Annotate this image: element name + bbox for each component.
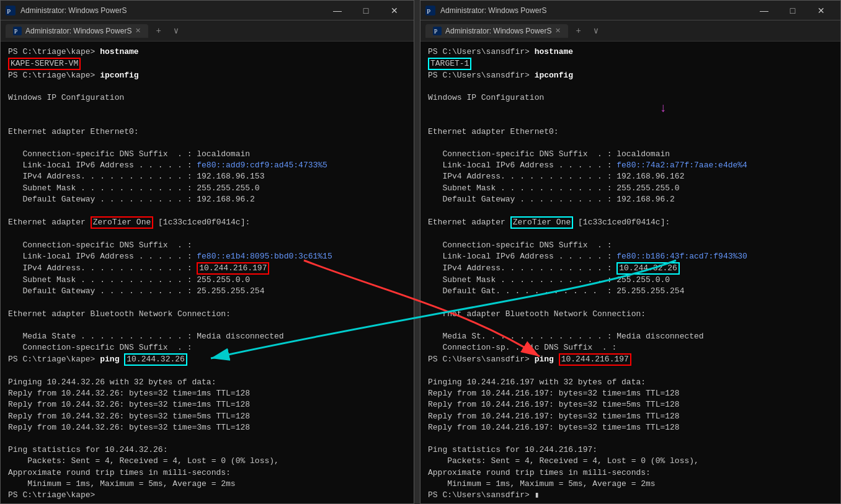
tab-chevron-right[interactable]: ∨	[589, 23, 603, 38]
line-13-right: Subnet Mask . . . . . . . . . . . : 255.…	[428, 183, 680, 193]
close-button-left[interactable]: ✕	[380, 1, 409, 20]
tab-chevron-left[interactable]: ∨	[169, 23, 184, 38]
tab-close-left[interactable]: ✕	[135, 27, 141, 35]
minimize-button-left[interactable]: —	[323, 1, 352, 20]
line-39-left: Minimum = 1ms, Maximum = 5ms, Average = …	[8, 479, 236, 489]
powershell-icon-left: P	[6, 6, 16, 15]
line-14-right: Default Gateway . . . . . . . . . : 192.…	[428, 195, 675, 204]
line-39-right: Minimum = 1ms, Maximum = 5ms, Average = …	[428, 479, 656, 489]
line-20-right: IPv4 Address. . . . . . . . . . . : 10.2…	[428, 263, 680, 273]
line-8-right: Ethernet adapter Ethernet0:	[428, 127, 559, 136]
line-38-right: Approximate round trip times in milli-se…	[428, 468, 651, 477]
line-38-left: Approximate round trip times in milli-se…	[8, 468, 231, 477]
terminal-content-right: PS C:\Users\sansdfir> hostname TARGET-1 …	[420, 42, 840, 503]
title-bar-left: P Administrator: Windows PowerS — □ ✕	[1, 1, 414, 20]
tab-item-left[interactable]: P Administrator: Windows PowerS ✕	[6, 24, 148, 38]
line-5-right: Windows IP Configuration	[428, 93, 544, 102]
line-28-right: PS C:\Users\sansdfir> ping 10.244.216.19…	[428, 355, 631, 364]
line-18-right: Connection-specific DNS Suffix . :	[428, 241, 612, 250]
line-26-right: Media St. . . . . . . . . . . . . : Medi…	[428, 332, 704, 341]
svg-text:P: P	[14, 28, 17, 35]
title-buttons-left: — □ ✕	[323, 1, 409, 20]
line-31-right: Reply from 10.244.216.197: bytes=32 time…	[428, 389, 680, 398]
terminal-content-left: PS C:\triage\kape> hostname KAPE-SERVER-…	[1, 42, 414, 503]
line-12-right: IPv4 Address. . . . . . . . . . . : 192.…	[428, 172, 684, 181]
line-19-right: Link-local IPv6 Address . . . . . : fe80…	[428, 252, 747, 261]
line-24-left: Ethernet adapter Bluetooth Network Conne…	[8, 309, 231, 319]
line-1-right: PS C:\Users\sansdfir> hostname	[428, 47, 573, 56]
maximize-button-right[interactable]: □	[778, 1, 807, 20]
line-36-right: Ping statistics for 10.244.216.197:	[428, 445, 597, 454]
line-21-left: Subnet Mask . . . . . . . . . . . : 255.…	[8, 275, 250, 285]
tab-close-right[interactable]: ✕	[555, 27, 561, 35]
maximize-button-left[interactable]: □	[352, 1, 380, 20]
line-24-right: rnet adapter Bluetooth Network Connectio…	[428, 309, 646, 319]
line-22-left: Default Gateway . . . . . . . . . : 25.2…	[8, 286, 264, 296]
line-20-left: IPv4 Address. . . . . . . . . . . : 10.2…	[8, 263, 269, 273]
line-37-left: Packets: Sent = 4, Received = 4, Lost = …	[8, 456, 279, 466]
line-1-left: PS C:\triage\kape> hostname	[8, 47, 139, 56]
line-16-right: Ethernet adapter ZeroTier One [1c33c1ced…	[428, 218, 670, 227]
minimize-button-right[interactable]: —	[750, 1, 778, 20]
line-33-left: Reply from 10.244.32.26: bytes=32 time=5…	[8, 412, 250, 421]
line-22-right: Default Gat. . . . . . . . . . . : 25.25…	[428, 286, 684, 296]
terminal-left: P Administrator: Windows PowerS — □ ✕ P …	[0, 0, 414, 504]
line-30-right: Pinging 10.244.216.197 with 32 bytes of …	[428, 378, 646, 387]
line-26-left: Media State . . . . . . . . . . . : Medi…	[8, 332, 284, 341]
tab-bar-left: P Administrator: Windows PowerS ✕ + ∨	[1, 20, 414, 42]
line-14-left: Default Gateway . . . . . . . . . : 192.…	[8, 195, 255, 204]
line-37-right: Packets: Sent = 4, Received = 4, Lost = …	[428, 456, 699, 466]
title-bar-right: P Administrator: Windows PowerS — □ ✕	[420, 1, 840, 20]
tab-label-left: Administrator: Windows PowerS	[25, 27, 131, 35]
line-32-left: Reply from 10.244.32.26: bytes=32 time=1…	[8, 400, 250, 409]
line-16-left: Ethernet adapter ZeroTier One [1c33c1ced…	[8, 218, 250, 227]
line-8-left: Ethernet adapter Ethernet0:	[8, 127, 139, 136]
line-5-left: Windows IP Configuration	[8, 93, 124, 102]
tab-icon-right: P	[433, 27, 442, 35]
close-button-right[interactable]: ✕	[807, 1, 835, 20]
title-text-right: Administrator: Windows PowerS	[440, 6, 745, 15]
line-2-left: KAPE-SERVER-VM	[8, 59, 81, 68]
line-40-right: PS C:\Users\sansdfir> ▮	[428, 490, 539, 500]
tab-icon-left: P	[13, 27, 22, 35]
line-34-right: Reply from 10.244.216.197: bytes=32 time…	[428, 423, 680, 432]
line-27-right: Connection-sp. . fic DNS Suffix . :	[428, 343, 616, 352]
line-3-left: PS C:\triage\kape> ipconfig	[8, 71, 139, 80]
line-2-right: TARGET-1	[428, 59, 471, 68]
powershell-icon-right: P	[425, 6, 435, 15]
svg-text:P: P	[434, 28, 437, 35]
tab-bar-right: P Administrator: Windows PowerS ✕ + ∨	[420, 20, 840, 42]
tab-label-right: Administrator: Windows PowerS	[445, 27, 551, 35]
line-11-left: Link-local IPv6 Address . . . . . : fe80…	[8, 161, 327, 170]
line-40-left: PS C:\triage\kape>	[8, 490, 100, 500]
line-3-right: PS C:\Users\sansdfir> ipconfig	[428, 71, 573, 80]
line-30-left: Pinging 10.244.32.26 with 32 bytes of da…	[8, 378, 216, 387]
title-text-left: Administrator: Windows PowerS	[20, 6, 318, 15]
terminal-right: P Administrator: Windows PowerS — □ ✕ P …	[420, 0, 841, 504]
line-36-left: Ping statistics for 10.244.32.26:	[8, 445, 167, 454]
line-27-left: Connection-specific DNS Suffix . :	[8, 343, 192, 352]
line-33-right: Reply from 10.244.216.197: bytes=32 time…	[428, 412, 680, 421]
desktop: P Administrator: Windows PowerS — □ ✕ P …	[0, 0, 841, 504]
line-28-left: PS C:\triage\kape> ping 10.244.32.26	[8, 355, 187, 364]
line-32-right: Reply from 10.244.216.197: bytes=32 time…	[428, 400, 680, 409]
line-19-left: Link-local IPv6 Address . . . . . : fe80…	[8, 252, 332, 261]
title-buttons-right: — □ ✕	[750, 1, 835, 20]
line-13-left: Subnet Mask . . . . . . . . . . . : 255.…	[8, 183, 260, 193]
line-31-left: Reply from 10.244.32.26: bytes=32 time=1…	[8, 389, 250, 398]
tab-item-right[interactable]: P Administrator: Windows PowerS ✕	[425, 24, 568, 38]
line-18-left: Connection-specific DNS Suffix . :	[8, 241, 192, 250]
line-10-right: Connection-specific DNS Suffix . : local…	[428, 149, 670, 159]
line-10-left: Connection-specific DNS Suffix . : local…	[8, 149, 250, 159]
line-12-left: IPv4 Address. . . . . . . . . . . : 192.…	[8, 172, 264, 181]
new-tab-button-right[interactable]: +	[571, 24, 585, 38]
line-11-right: Link-local IPv6 Address . . . . . : fe80…	[428, 161, 747, 170]
line-34-left: Reply from 10.244.32.26: bytes=32 time=3…	[8, 423, 250, 432]
new-tab-button-left[interactable]: +	[151, 24, 166, 38]
svg-text:P: P	[7, 7, 11, 15]
svg-text:P: P	[427, 7, 430, 15]
line-21-right: Subnet Mask . . . . . . . . . . . : 255.…	[428, 275, 670, 285]
